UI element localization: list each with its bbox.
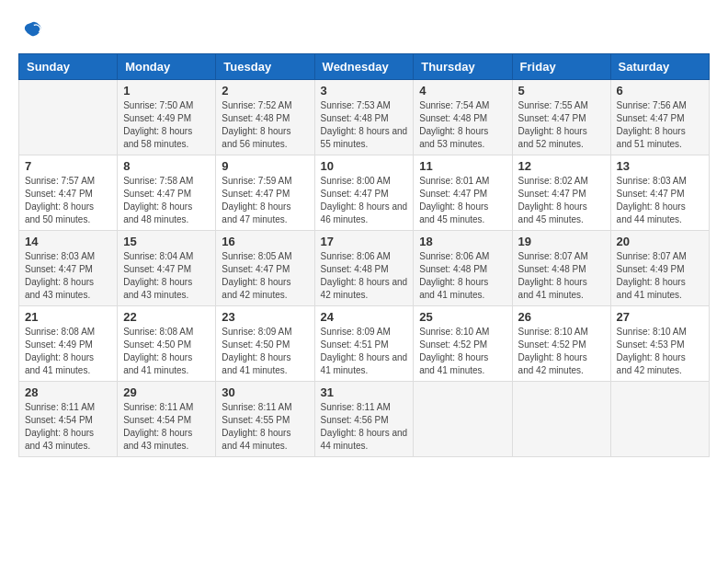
calendar-week-row: 1Sunrise: 7:50 AMSunset: 4:49 PMDaylight… bbox=[19, 80, 710, 155]
day-info: Sunrise: 8:06 AMSunset: 4:48 PMDaylight:… bbox=[321, 250, 408, 302]
day-number: 31 bbox=[321, 385, 408, 399]
calendar-cell: 17Sunrise: 8:06 AMSunset: 4:48 PMDayligh… bbox=[314, 231, 414, 306]
calendar-cell: 12Sunrise: 8:02 AMSunset: 4:47 PMDayligh… bbox=[512, 155, 610, 231]
calendar-week-row: 7Sunrise: 7:57 AMSunset: 4:47 PMDaylight… bbox=[19, 155, 710, 231]
day-number: 26 bbox=[518, 310, 605, 324]
calendar-week-row: 14Sunrise: 8:03 AMSunset: 4:47 PMDayligh… bbox=[19, 231, 710, 306]
day-number: 1 bbox=[123, 84, 210, 98]
calendar-cell: 6Sunrise: 7:56 AMSunset: 4:47 PMDaylight… bbox=[610, 80, 709, 155]
calendar-cell: 16Sunrise: 8:05 AMSunset: 4:47 PMDayligh… bbox=[216, 231, 314, 306]
calendar-cell: 25Sunrise: 8:10 AMSunset: 4:52 PMDayligh… bbox=[414, 306, 512, 382]
calendar-cell: 24Sunrise: 8:09 AMSunset: 4:51 PMDayligh… bbox=[314, 306, 414, 382]
logo bbox=[18, 18, 48, 44]
column-header-monday: Monday bbox=[118, 54, 216, 80]
calendar-cell: 8Sunrise: 7:58 AMSunset: 4:47 PMDaylight… bbox=[118, 155, 216, 231]
day-info: Sunrise: 8:08 AMSunset: 4:50 PMDaylight:… bbox=[123, 326, 210, 377]
day-number: 4 bbox=[419, 84, 506, 98]
calendar-cell: 23Sunrise: 8:09 AMSunset: 4:50 PMDayligh… bbox=[216, 306, 314, 382]
day-number: 23 bbox=[222, 310, 308, 324]
column-header-thursday: Thursday bbox=[414, 54, 512, 80]
calendar-cell: 27Sunrise: 8:10 AMSunset: 4:53 PMDayligh… bbox=[610, 306, 709, 382]
day-info: Sunrise: 8:08 AMSunset: 4:49 PMDaylight:… bbox=[25, 326, 111, 377]
day-number: 5 bbox=[518, 84, 605, 98]
day-number: 17 bbox=[321, 235, 408, 248]
calendar-cell bbox=[610, 382, 709, 457]
calendar-cell: 9Sunrise: 7:59 AMSunset: 4:47 PMDaylight… bbox=[216, 155, 314, 231]
day-number: 22 bbox=[123, 310, 210, 324]
day-info: Sunrise: 8:11 AMSunset: 4:55 PMDaylight:… bbox=[222, 401, 308, 453]
day-info: Sunrise: 8:10 AMSunset: 4:52 PMDaylight:… bbox=[518, 326, 605, 377]
logo-icon bbox=[18, 18, 44, 44]
calendar-cell: 13Sunrise: 8:03 AMSunset: 4:47 PMDayligh… bbox=[610, 155, 709, 231]
day-number: 10 bbox=[321, 159, 408, 173]
day-info: Sunrise: 7:55 AMSunset: 4:47 PMDaylight:… bbox=[518, 99, 605, 151]
calendar-week-row: 21Sunrise: 8:08 AMSunset: 4:49 PMDayligh… bbox=[19, 306, 710, 382]
day-info: Sunrise: 7:58 AMSunset: 4:47 PMDaylight:… bbox=[123, 175, 210, 226]
day-number: 28 bbox=[25, 385, 111, 399]
calendar-cell: 4Sunrise: 7:54 AMSunset: 4:48 PMDaylight… bbox=[414, 80, 512, 155]
day-info: Sunrise: 8:05 AMSunset: 4:47 PMDaylight:… bbox=[222, 250, 308, 302]
day-number: 14 bbox=[25, 235, 111, 248]
calendar-cell: 2Sunrise: 7:52 AMSunset: 4:48 PMDaylight… bbox=[216, 80, 314, 155]
calendar-cell: 15Sunrise: 8:04 AMSunset: 4:47 PMDayligh… bbox=[118, 231, 216, 306]
day-info: Sunrise: 8:06 AMSunset: 4:48 PMDaylight:… bbox=[419, 250, 506, 302]
calendar-cell: 26Sunrise: 8:10 AMSunset: 4:52 PMDayligh… bbox=[512, 306, 610, 382]
calendar-cell: 22Sunrise: 8:08 AMSunset: 4:50 PMDayligh… bbox=[118, 306, 216, 382]
calendar-week-row: 28Sunrise: 8:11 AMSunset: 4:54 PMDayligh… bbox=[19, 382, 710, 457]
calendar-cell bbox=[414, 382, 512, 457]
day-number: 13 bbox=[617, 159, 703, 173]
day-info: Sunrise: 8:01 AMSunset: 4:47 PMDaylight:… bbox=[419, 175, 506, 226]
calendar-cell: 5Sunrise: 7:55 AMSunset: 4:47 PMDaylight… bbox=[512, 80, 610, 155]
calendar-cell: 7Sunrise: 7:57 AMSunset: 4:47 PMDaylight… bbox=[19, 155, 118, 231]
calendar-cell: 20Sunrise: 8:07 AMSunset: 4:49 PMDayligh… bbox=[610, 231, 709, 306]
calendar-cell bbox=[19, 80, 118, 155]
day-number: 7 bbox=[25, 159, 111, 173]
day-number: 21 bbox=[25, 310, 111, 324]
calendar-cell: 19Sunrise: 8:07 AMSunset: 4:48 PMDayligh… bbox=[512, 231, 610, 306]
day-number: 11 bbox=[419, 159, 506, 173]
day-number: 25 bbox=[419, 310, 506, 324]
day-number: 2 bbox=[222, 84, 308, 98]
day-number: 9 bbox=[222, 159, 308, 173]
day-info: Sunrise: 8:11 AMSunset: 4:56 PMDaylight:… bbox=[321, 401, 408, 453]
calendar-cell: 29Sunrise: 8:11 AMSunset: 4:54 PMDayligh… bbox=[118, 382, 216, 457]
column-header-saturday: Saturday bbox=[610, 54, 709, 80]
day-info: Sunrise: 8:03 AMSunset: 4:47 PMDaylight:… bbox=[25, 250, 111, 302]
day-number: 18 bbox=[419, 235, 506, 248]
day-number: 15 bbox=[123, 235, 210, 248]
day-info: Sunrise: 7:54 AMSunset: 4:48 PMDaylight:… bbox=[419, 99, 506, 151]
day-number: 19 bbox=[518, 235, 605, 248]
calendar-cell: 30Sunrise: 8:11 AMSunset: 4:55 PMDayligh… bbox=[216, 382, 314, 457]
day-info: Sunrise: 7:50 AMSunset: 4:49 PMDaylight:… bbox=[123, 99, 210, 151]
calendar-cell: 10Sunrise: 8:00 AMSunset: 4:47 PMDayligh… bbox=[314, 155, 414, 231]
calendar-header-row: SundayMondayTuesdayWednesdayThursdayFrid… bbox=[19, 54, 710, 80]
column-header-friday: Friday bbox=[512, 54, 610, 80]
calendar-cell: 3Sunrise: 7:53 AMSunset: 4:48 PMDaylight… bbox=[314, 80, 414, 155]
day-number: 3 bbox=[321, 84, 408, 98]
day-number: 20 bbox=[617, 235, 703, 248]
calendar-cell bbox=[512, 382, 610, 457]
day-info: Sunrise: 7:56 AMSunset: 4:47 PMDaylight:… bbox=[617, 99, 703, 151]
day-info: Sunrise: 8:02 AMSunset: 4:47 PMDaylight:… bbox=[518, 175, 605, 226]
day-info: Sunrise: 8:03 AMSunset: 4:47 PMDaylight:… bbox=[617, 175, 703, 226]
calendar-cell: 18Sunrise: 8:06 AMSunset: 4:48 PMDayligh… bbox=[414, 231, 512, 306]
day-number: 30 bbox=[222, 385, 308, 399]
calendar-cell: 31Sunrise: 8:11 AMSunset: 4:56 PMDayligh… bbox=[314, 382, 414, 457]
column-header-tuesday: Tuesday bbox=[216, 54, 314, 80]
day-info: Sunrise: 8:07 AMSunset: 4:48 PMDaylight:… bbox=[518, 250, 605, 302]
calendar-cell: 11Sunrise: 8:01 AMSunset: 4:47 PMDayligh… bbox=[414, 155, 512, 231]
day-info: Sunrise: 8:04 AMSunset: 4:47 PMDaylight:… bbox=[123, 250, 210, 302]
day-info: Sunrise: 7:53 AMSunset: 4:48 PMDaylight:… bbox=[321, 99, 408, 151]
day-number: 6 bbox=[617, 84, 703, 98]
column-header-sunday: Sunday bbox=[19, 54, 118, 80]
column-header-wednesday: Wednesday bbox=[314, 54, 414, 80]
day-info: Sunrise: 8:10 AMSunset: 4:53 PMDaylight:… bbox=[617, 326, 703, 377]
day-info: Sunrise: 8:09 AMSunset: 4:51 PMDaylight:… bbox=[321, 326, 408, 377]
day-number: 8 bbox=[123, 159, 210, 173]
day-number: 27 bbox=[617, 310, 703, 324]
day-number: 29 bbox=[123, 385, 210, 399]
day-info: Sunrise: 8:11 AMSunset: 4:54 PMDaylight:… bbox=[123, 401, 210, 453]
calendar-cell: 28Sunrise: 8:11 AMSunset: 4:54 PMDayligh… bbox=[19, 382, 118, 457]
calendar-table: SundayMondayTuesdayWednesdayThursdayFrid… bbox=[18, 53, 710, 457]
day-info: Sunrise: 7:59 AMSunset: 4:47 PMDaylight:… bbox=[222, 175, 308, 226]
